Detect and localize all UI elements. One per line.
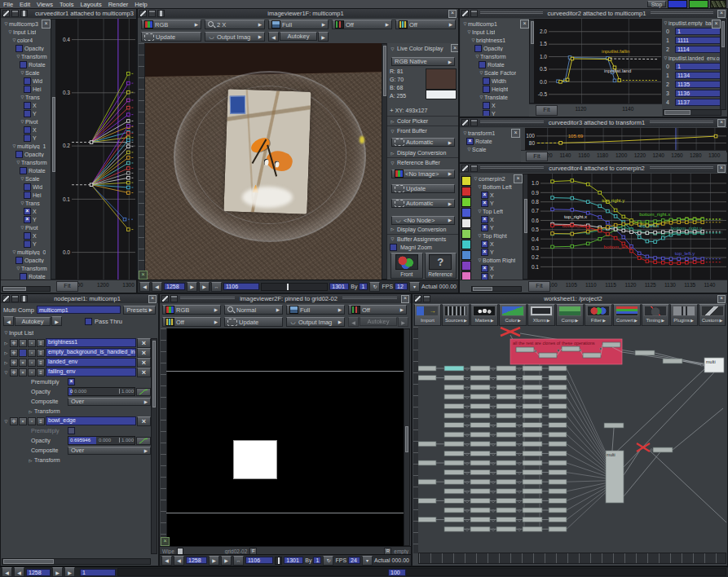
key-value-field[interactable]: 1 — [675, 28, 721, 35]
input-list-row[interactable]: ▷✛×▫≡brightness1× — [3, 338, 151, 347]
expand-arrow-icon[interactable]: ▽ — [20, 176, 25, 181]
curve-color-swatch[interactable] — [461, 187, 471, 196]
menu-edit[interactable]: Edit — [16, 1, 33, 8]
curve-visibility-checkbox[interactable] — [483, 102, 490, 109]
menu-render[interactable]: Render — [105, 1, 132, 8]
key-value-field[interactable]: 1114 — [675, 46, 721, 53]
play-back-button[interactable]: ◀ — [14, 567, 24, 577]
curve-color-swatch[interactable] — [461, 208, 471, 218]
tree-item[interactable]: ▽multicomp1 — [461, 20, 529, 28]
tab-convert[interactable]: Convert▶ — [613, 304, 641, 326]
key-value-field[interactable]: 1111 — [675, 37, 721, 44]
expand-arrow-icon[interactable]: ▷ — [3, 350, 9, 355]
tree-item[interactable]: ▽Scale — [2, 68, 51, 77]
viewport-icon[interactable] — [470, 10, 478, 17]
worksheet-h-scrollbar[interactable] — [418, 553, 726, 564]
h-scrollbar[interactable] — [2, 286, 51, 292]
output-select[interactable]: ◡Output Imag▶ — [286, 317, 345, 327]
panel-titlebar[interactable]: worksheet1: /project2 × — [413, 294, 727, 303]
edit-icon[interactable] — [2, 295, 10, 302]
expand-arrow-icon[interactable]: ▽ — [474, 54, 480, 59]
curve-visibility-checkbox[interactable]: × — [481, 216, 488, 223]
curve-visibility-checkbox[interactable] — [24, 240, 31, 248]
curve-button[interactable] — [136, 437, 151, 445]
curve-graph[interactable]: 0.40.30.20.10.0 — [55, 19, 136, 281]
expand-arrow-icon[interactable]: ▽ — [462, 21, 468, 26]
curve-visibility-checkbox[interactable] — [24, 110, 31, 117]
range-end-field[interactable]: 1301 — [284, 557, 303, 564]
lut-select[interactable]: Off▶ — [162, 317, 221, 327]
edit-icon[interactable] — [461, 10, 469, 17]
curve-visibility-checkbox[interactable] — [20, 61, 27, 68]
curve-visibility-checkbox[interactable] — [24, 126, 31, 134]
curve-visibility-checkbox[interactable] — [24, 192, 31, 199]
tree-item[interactable]: ▽Transform — [461, 52, 529, 60]
fps-dropdown-icon[interactable]: ▾ — [409, 282, 420, 292]
viewport-icon[interactable] — [148, 10, 156, 17]
tree-item[interactable]: ×Y — [471, 199, 523, 207]
input-name-field[interactable]: falling_env — [46, 368, 136, 377]
tree-item[interactable]: ▽Trans — [2, 93, 51, 101]
tab-menu-arrow-icon[interactable]: ▶ — [690, 318, 694, 323]
expand-arrow-icon[interactable]: ▽ — [3, 370, 9, 375]
stop-button[interactable]: Stop — [647, 1, 666, 7]
input-list-row[interactable]: ▷✛×▫≡landed_env× — [3, 358, 151, 367]
curve-color-swatch[interactable] — [461, 176, 471, 186]
h-scrollbar[interactable] — [471, 286, 522, 292]
key-value-field[interactable]: 1135 — [675, 81, 721, 88]
magni-zoom-toggle[interactable]: Magni Zoom — [387, 243, 459, 252]
attach-icon[interactable] — [20, 295, 28, 302]
premultiply-checkbox[interactable]: × — [68, 378, 75, 385]
curve-visibility-checkbox[interactable] — [24, 232, 31, 240]
channel-select[interactable]: RGB▶ — [141, 20, 201, 29]
step-forward-button[interactable]: ▶ — [199, 282, 210, 292]
tab-comp[interactable]: Comp▶ — [556, 304, 584, 326]
tree-item[interactable]: ▽Transform — [2, 158, 51, 166]
loop-mode-button[interactable]: ↻ — [369, 282, 380, 292]
texture-swatch[interactable] — [710, 0, 726, 8]
curve-visibility-checkbox[interactable]: × — [24, 216, 31, 223]
close-icon[interactable]: × — [448, 10, 457, 18]
curve-visibility-checkbox[interactable] — [24, 86, 31, 93]
expand-arrow-icon[interactable]: ▽ — [20, 225, 25, 230]
opacity-row[interactable]: Opacity0.6959460.0001.000 — [3, 436, 151, 445]
autokey-next-icon[interactable]: ▶ — [51, 316, 62, 326]
solo-icon[interactable]: ▫ — [28, 339, 36, 347]
tree-item[interactable]: ×X — [2, 207, 51, 215]
reference-buffer-button[interactable]: ? Reference — [425, 253, 457, 279]
reference-node-select[interactable]: ◡<No Node>▶ — [391, 216, 455, 225]
panel-titlebar[interactable]: curveeditor1 attached to multicomp3 × — [1, 9, 136, 18]
viewer-canvas[interactable]: × — [161, 328, 404, 546]
tree-item[interactable]: Hei — [2, 85, 51, 93]
tree-item[interactable]: ▽Input List — [461, 28, 529, 36]
curve-visibility-checkbox[interactable]: × — [481, 200, 488, 207]
range-end-field[interactable]: 1301 — [329, 283, 349, 290]
range-icon[interactable]: ↔ — [211, 282, 222, 292]
curve-graph[interactable]: 1.00.90.80.70.60.50.40.30.20.1top_right.… — [527, 174, 727, 281]
tree-item[interactable]: Opacity — [2, 256, 51, 264]
titlebar-grip[interactable] — [650, 166, 713, 170]
viewport-icon[interactable] — [11, 295, 19, 302]
expand-arrow-icon[interactable]: ▽ — [20, 119, 25, 124]
channel-select[interactable]: RGB▶ — [162, 305, 221, 315]
solo-icon[interactable]: ▫ — [28, 417, 36, 425]
tree-item[interactable]: X — [2, 101, 51, 109]
tree-item[interactable]: ×X — [471, 191, 523, 199]
tab-menu-arrow-icon[interactable]: ▶ — [634, 318, 638, 323]
curve-visibility-checkbox[interactable]: × — [481, 265, 488, 272]
tab-menu-arrow-icon[interactable]: ▶ — [602, 318, 606, 323]
titlebar-grip[interactable] — [180, 297, 235, 301]
tab-import[interactable]: Import — [414, 304, 442, 326]
tab-plugins[interactable]: Plugins▶ — [670, 304, 698, 326]
premultiply-checkbox[interactable] — [68, 427, 75, 434]
edit-icon[interactable] — [161, 295, 169, 302]
tree-item[interactable]: X — [2, 231, 51, 240]
step-back-button[interactable]: ◀ — [139, 282, 150, 292]
tree-item[interactable]: ▽Scale — [461, 145, 521, 153]
tree-item[interactable]: Height — [461, 85, 529, 93]
panel-scrollbar[interactable] — [151, 338, 157, 554]
titlebar-grip[interactable] — [480, 166, 544, 170]
play-button[interactable]: ▶ — [187, 282, 197, 292]
curve-button[interactable] — [136, 388, 151, 396]
tree-item[interactable]: ×Y — [471, 223, 523, 231]
